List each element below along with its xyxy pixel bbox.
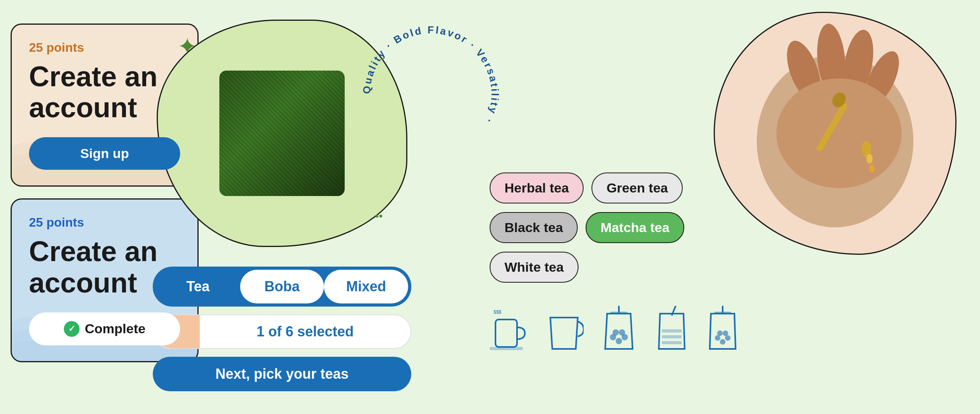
hot-mug-icon: $$$	[490, 310, 529, 357]
tags-row-1: Herbal tea Green tea	[490, 172, 684, 203]
hand-blob	[714, 12, 956, 255]
tab-mixed[interactable]: Mixed	[324, 270, 408, 303]
hand-dropper-image	[725, 24, 945, 243]
tag-black-label: Black tea	[504, 220, 563, 235]
tabs-row: Tea Boba Mixed	[153, 267, 411, 307]
signup-button[interactable]: Sign up	[29, 137, 180, 170]
svg-point-9	[619, 329, 625, 336]
tea-tags-section: Herbal tea Green tea Black tea Matcha te…	[490, 172, 684, 283]
tags-row-3: White tea	[490, 252, 684, 283]
svg-text:$$$: $$$	[494, 310, 501, 315]
svg-point-28	[866, 154, 873, 163]
tab-boba-label: Boba	[264, 278, 300, 294]
tag-green-label: Green tea	[606, 180, 668, 195]
svg-point-18	[717, 330, 723, 336]
selection-text: 1 of 6 selected	[200, 323, 410, 340]
tag-matcha-tea[interactable]: Matcha tea	[586, 212, 684, 243]
tags-row-2: Black tea Matcha tea	[490, 212, 684, 243]
blob-decoration: ••	[375, 210, 383, 222]
check-icon: ✓	[64, 321, 80, 337]
selection-bar: 1 of 6 selected	[153, 314, 411, 349]
tab-mixed-label: Mixed	[346, 278, 386, 294]
svg-rect-3	[490, 347, 523, 350]
svg-point-16	[720, 339, 725, 345]
complete-button[interactable]: ✓ Complete	[29, 312, 180, 345]
tag-herbal-tea[interactable]: Herbal tea	[490, 172, 584, 203]
tab-tea-label: Tea	[186, 278, 210, 294]
svg-point-8	[613, 329, 619, 336]
circular-text-svg: Quality · Bold Flavor · Versatility ·	[353, 16, 509, 172]
tag-herbal-label: Herbal tea	[504, 180, 569, 195]
svg-point-6	[616, 338, 622, 344]
boba-tall-icon	[705, 306, 740, 357]
svg-rect-11	[662, 329, 682, 332]
svg-point-17	[725, 335, 730, 341]
svg-text:Quality · Bold Flavor · Versat: Quality · Bold Flavor · Versatility ·	[361, 24, 501, 126]
svg-rect-2	[495, 320, 517, 347]
card1-title: Create anaccount	[29, 61, 180, 123]
svg-rect-12	[662, 335, 682, 338]
star-icon: ✦	[177, 33, 197, 60]
boba-cup-icon	[599, 306, 638, 357]
svg-point-15	[715, 335, 720, 341]
complete-label: Complete	[85, 321, 146, 336]
circular-text-section: Quality · Bold Flavor · Versatility ·	[353, 16, 509, 172]
cold-pitcher-icon	[544, 310, 584, 357]
tag-white-tea[interactable]: White tea	[490, 252, 579, 283]
next-button[interactable]: Next, pick your teas	[153, 357, 411, 391]
tag-black-tea[interactable]: Black tea	[490, 212, 578, 243]
tag-white-label: White tea	[504, 260, 564, 274]
tag-green-tea[interactable]: Green tea	[591, 172, 683, 203]
svg-rect-13	[662, 341, 682, 344]
center-controls: Tea Boba Mixed 1 of 6 selected Next, pic…	[153, 267, 411, 391]
tea-cube-image	[219, 71, 345, 196]
tab-boba[interactable]: Boba	[240, 270, 324, 303]
tea-icons-row: $$$	[490, 306, 740, 357]
hand-section	[714, 12, 956, 255]
tag-matcha-label: Matcha tea	[600, 220, 669, 235]
svg-point-19	[723, 330, 728, 336]
svg-point-29	[869, 165, 875, 172]
card2-title: Create anaccount	[29, 236, 180, 298]
tall-cup-icon	[654, 306, 689, 357]
